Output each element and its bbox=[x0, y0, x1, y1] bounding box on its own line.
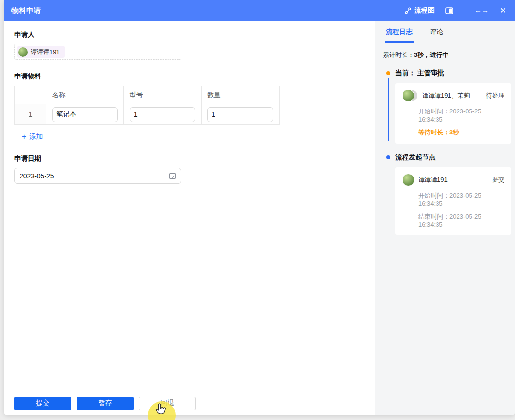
calendar-icon bbox=[169, 172, 176, 179]
material-application-dialog: 物料申请 流程图 ←→ ✕ bbox=[4, 0, 515, 415]
tab-process-log[interactable]: 流程日志 bbox=[386, 21, 413, 43]
start-node-title: 流程发起节点 bbox=[395, 153, 511, 162]
duration-prefix: 累计时长： bbox=[383, 51, 414, 58]
plus-icon: + bbox=[22, 133, 26, 141]
timeline-node-current: 当前： 主管审批 谭谭谭191、茉莉 待处理 开始时间：2023-05-25 1… bbox=[382, 69, 511, 144]
material-qty-input[interactable] bbox=[207, 107, 273, 122]
timeline-node-start: 流程发起节点 谭谭谭191 提交 开始时间：2023-05-25 16:34:3… bbox=[382, 153, 511, 235]
date-field[interactable]: 2023-05-25 bbox=[14, 168, 181, 184]
materials-table: 名称 型号 数量 1 bbox=[14, 86, 280, 125]
process-log-body: 累计时长：3秒，进行中 当前： 主管审批 谭谭谭191、茉莉 bbox=[375, 43, 515, 415]
close-icon[interactable]: ✕ bbox=[500, 7, 506, 15]
column-header-name: 名称 bbox=[46, 86, 124, 104]
status-badge: 待处理 bbox=[486, 91, 504, 100]
process-panel: 流程日志 评论 累计时长：3秒，进行中 当前： 主管审批 bbox=[375, 21, 515, 415]
materials-table-header: 名称 型号 数量 bbox=[15, 86, 279, 104]
duration-suffix: ，进行中 bbox=[424, 51, 448, 58]
initiator-avatar-wrap bbox=[402, 174, 414, 186]
avatar bbox=[402, 174, 414, 186]
end-time-row: 结束时间：2023-05-25 16:34:35 bbox=[402, 212, 504, 228]
duration-value: 3秒 bbox=[414, 51, 424, 58]
tab-comments[interactable]: 评论 bbox=[430, 21, 443, 43]
applicant-avatar bbox=[18, 47, 28, 57]
add-row-label: 添加 bbox=[29, 133, 43, 141]
form-area: 申请人 谭谭谭191 申请物料 名称 型号 数量 1 bbox=[4, 21, 375, 415]
status-badge: 提交 bbox=[492, 176, 504, 184]
applicant-field[interactable]: 谭谭谭191 bbox=[14, 44, 181, 60]
panel-tabs: 流程日志 评论 bbox=[375, 21, 515, 43]
flowchart-button[interactable]: 流程图 bbox=[404, 6, 435, 15]
approver-avatars bbox=[402, 89, 418, 102]
start-time-row: 开始时间：2023-05-25 16:34:35 bbox=[402, 107, 504, 123]
page-title: 物料申请 bbox=[11, 6, 41, 15]
rollback-button[interactable]: 回退 bbox=[139, 397, 196, 410]
duration-summary: 累计时长：3秒，进行中 bbox=[383, 51, 511, 59]
applicant-name: 谭谭谭191 bbox=[31, 48, 60, 56]
flowchart-label: 流程图 bbox=[414, 6, 435, 15]
flowchart-icon bbox=[404, 7, 412, 14]
timeline-connector bbox=[388, 78, 389, 141]
column-header-qty: 数量 bbox=[202, 86, 279, 104]
row-index: 1 bbox=[15, 104, 46, 125]
material-name-input[interactable] bbox=[52, 107, 118, 122]
save-draft-button[interactable]: 暂存 bbox=[77, 397, 134, 410]
column-header-model: 型号 bbox=[124, 86, 202, 104]
date-value: 2023-05-25 bbox=[20, 172, 54, 180]
toggle-panel-icon[interactable] bbox=[445, 7, 453, 14]
initiator-name: 谭谭谭191 bbox=[418, 176, 488, 184]
start-node-dot bbox=[386, 155, 390, 159]
date-label: 申请日期 bbox=[14, 155, 364, 163]
applicant-label: 申请人 bbox=[14, 31, 364, 39]
dialog-header: 物料申请 流程图 ←→ ✕ bbox=[4, 0, 515, 21]
header-divider bbox=[464, 7, 464, 14]
current-node-title: 当前： 主管审批 bbox=[395, 69, 511, 77]
column-header-index bbox=[15, 86, 46, 104]
materials-label: 申请物料 bbox=[14, 72, 364, 81]
applicant-tag[interactable]: 谭谭谭191 bbox=[17, 46, 65, 58]
approval-card: 谭谭谭191、茉莉 待处理 开始时间：2023-05-25 16:34:35 等… bbox=[395, 83, 511, 144]
start-time-row: 开始时间：2023-05-25 16:34:35 bbox=[402, 191, 504, 207]
initiator-card: 谭谭谭191 提交 开始时间：2023-05-25 16:34:35 结束时间：… bbox=[395, 167, 511, 235]
expand-horizontal-icon[interactable]: ←→ bbox=[475, 7, 489, 14]
avatar bbox=[402, 89, 414, 102]
submit-button[interactable]: 提交 bbox=[14, 397, 71, 410]
material-model-input[interactable] bbox=[130, 107, 195, 122]
add-row-button[interactable]: + 添加 bbox=[22, 133, 43, 141]
wait-duration-row: 等待时长：3秒 bbox=[402, 128, 504, 137]
form-footer: 提交 暂存 回退 bbox=[4, 393, 375, 415]
table-row: 1 bbox=[15, 104, 279, 125]
current-node-dot bbox=[386, 71, 390, 75]
approver-names: 谭谭谭191、茉莉 bbox=[422, 91, 482, 100]
